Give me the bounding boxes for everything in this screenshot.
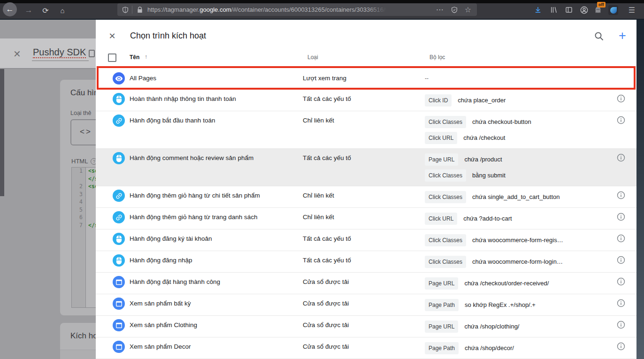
table-row[interactable]: Hành động comment hoặc review sản phẩm T… <box>96 149 636 186</box>
right-dim-strip <box>636 20 644 359</box>
filter-none: -- <box>425 74 606 83</box>
table-row[interactable]: Hành động đăng nhập Tất cả các yếu tố Cl… <box>96 251 636 273</box>
extension-2-icon[interactable] <box>607 4 619 15</box>
filter-condition: chứa woocommerce-form-regis… <box>472 236 563 245</box>
sidebars-icon[interactable] <box>563 4 575 15</box>
url-fade <box>367 6 390 13</box>
trigger-name: Hành động đăng nhập <box>130 256 303 265</box>
urlbar-divider <box>132 6 132 14</box>
add-trigger-button[interactable]: + <box>616 30 629 43</box>
trigger-name: Hành động comment hoặc review sản phẩm <box>130 153 303 163</box>
trigger-type: Tất cả các yếu tố <box>303 256 425 265</box>
tracking-shield-icon[interactable] <box>122 6 129 14</box>
permissions-shield-icon[interactable] <box>451 6 458 14</box>
click-trigger-icon <box>113 93 125 105</box>
trigger-name: Hành động đăng ký tài khoản <box>130 234 303 244</box>
window-trigger-icon <box>113 341 125 353</box>
filter-condition: so khớp RegEx .+/shop/.+ <box>465 300 536 310</box>
table-row[interactable]: Hành động thêm giỏ hàng từ trang danh sá… <box>96 208 636 229</box>
trigger-name: Xem sản phẩm bất kỳ <box>130 299 303 308</box>
info-icon[interactable] <box>606 191 636 200</box>
filter-variable-chip: Page URL <box>425 277 458 290</box>
trigger-name: Hành động thêm giỏ hàng từ chi tiết sản … <box>130 191 303 200</box>
back-button[interactable]: ← <box>3 2 17 16</box>
select-all-checkbox[interactable] <box>108 53 116 62</box>
home-button[interactable]: ⌂ <box>56 3 69 17</box>
table-row[interactable]: Hành động đặt hàng thành công Cửa sổ đượ… <box>96 273 636 294</box>
filter-variable-chip: Click Classes <box>425 234 466 246</box>
column-type[interactable]: Loại <box>307 54 318 61</box>
table-row[interactable]: Hành động bắt đầu thanh toán Chỉ liên kế… <box>96 111 636 149</box>
url-text[interactable]: https://tagmanager.google.com/#/containe… <box>147 6 436 13</box>
forward-button[interactable]: → <box>23 3 35 17</box>
info-icon[interactable] <box>606 234 636 243</box>
filter-variable-chip: Click Classes <box>425 169 466 182</box>
column-filter[interactable]: Bộ lọc <box>429 54 445 61</box>
filter-condition: chứa /checkout <box>463 133 505 143</box>
info-icon[interactable] <box>606 342 636 351</box>
close-icon[interactable]: ✕ <box>108 32 116 40</box>
filter-line: Click Classeschứa single_add_to_cart_but… <box>425 191 606 203</box>
dialog-title: Chọn trình kích hoạt <box>130 31 206 41</box>
info-icon[interactable] <box>606 153 636 162</box>
custom-html-icon: <> <box>80 127 92 137</box>
line-number: 3 <box>71 191 85 199</box>
code-text <box>85 199 88 206</box>
filter-line: Click IDchứa place_order <box>425 94 606 107</box>
url-bar[interactable]: https://tagmanager.google.com/#/containe… <box>117 3 477 16</box>
trigger-type: Cửa sổ được tải <box>303 321 425 330</box>
trigger-filters: Click Classeschứa checkout-buttonClick U… <box>425 116 606 144</box>
account-icon[interactable] <box>578 4 590 15</box>
bookmark-star-icon[interactable]: ☆ <box>465 5 471 14</box>
trigger-filters: Click IDchứa place_order <box>425 94 606 107</box>
line-number: 4 <box>71 199 85 206</box>
table-row[interactable]: Xem sản phẩm bất kỳ Cửa sổ được tải Page… <box>96 294 636 316</box>
line-number: 2 <box>71 183 85 191</box>
code-text <box>85 191 88 199</box>
tag-name-field: Pushdy SDK <box>32 47 89 61</box>
filter-condition: chứa place_order <box>458 96 506 105</box>
trigger-type: Chỉ liên kết <box>303 191 425 200</box>
table-row[interactable]: Hành động thêm giỏ hàng từ chi tiết sản … <box>96 186 636 208</box>
info-icon[interactable] <box>606 94 636 103</box>
filter-line: Page Pathchứa /shop/decor/ <box>425 342 606 354</box>
trigger-filters: Click URLchứa ?add-to-cart <box>425 213 606 225</box>
sort-ascending-icon[interactable]: ↑ <box>145 53 147 60</box>
click-trigger-icon <box>113 254 125 267</box>
filter-condition: chứa /checkout/order-received/ <box>464 279 549 288</box>
info-icon[interactable] <box>606 320 636 329</box>
trigger-name: Hành động thêm giỏ hàng từ trang danh sá… <box>130 213 303 222</box>
page-actions-icon[interactable]: ⋯ <box>436 5 444 14</box>
trigger-filters: Page Pathchứa /shop/decor/ <box>425 342 606 354</box>
filter-variable-chip: Page Path <box>425 342 459 354</box>
filter-line: Click Classeschứa woocommerce-form-login… <box>425 256 606 268</box>
trigger-picker-dialog: ✕ Chọn trình kích hoạt + Tên ↑ Loại Bộ l… <box>96 20 636 359</box>
trigger-name: Hành động bắt đầu thanh toán <box>130 116 303 125</box>
info-icon[interactable] <box>606 277 636 286</box>
trigger-filters: Click Classeschứa woocommerce-form-login… <box>425 256 606 268</box>
library-icon[interactable] <box>548 4 560 15</box>
trigger-name: All Pages <box>130 74 303 83</box>
line-number: 1 <box>71 168 85 176</box>
table-row[interactable]: Hoàn thành nhập thông tin thanh toán Tất… <box>96 90 636 111</box>
url-scheme: https://tagmanager. <box>147 6 199 13</box>
filter-condition: chứa ?add-to-cart <box>463 214 512 223</box>
column-name[interactable]: Tên <box>130 54 139 61</box>
table-row[interactable]: Xem sản phẩm Clothing Cửa sổ được tải Pa… <box>96 316 636 337</box>
table-row[interactable]: All Pages Lượt xem trang -- <box>96 67 636 90</box>
window-trigger-icon <box>113 319 125 331</box>
lock-icon[interactable] <box>136 6 144 14</box>
menu-icon[interactable]: ☰ <box>626 4 637 15</box>
filter-condition: chứa /shop/decor/ <box>465 344 514 353</box>
search-icon[interactable] <box>593 31 605 42</box>
table-row[interactable]: Xem sản phẩm Decor Cửa sổ được tải Page … <box>96 337 636 359</box>
downloads-icon[interactable] <box>532 4 544 15</box>
filter-condition: chứa checkout-button <box>472 117 531 127</box>
info-icon[interactable] <box>606 115 636 125</box>
info-icon[interactable] <box>606 212 636 222</box>
table-row[interactable]: Hành động đăng ký tài khoản Tất cả các y… <box>96 229 636 251</box>
info-icon[interactable] <box>606 298 636 308</box>
reload-button[interactable]: ⟳ <box>39 3 52 17</box>
click-trigger-icon <box>113 152 125 164</box>
info-icon[interactable] <box>606 255 636 265</box>
